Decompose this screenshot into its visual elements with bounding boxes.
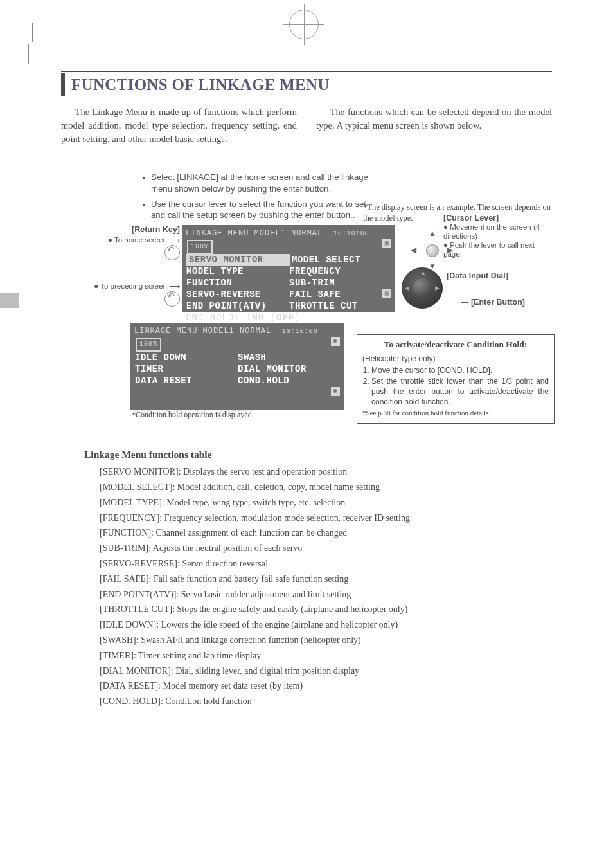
scroll-down-icon: ▣	[382, 289, 391, 298]
dial-label: [Data Input Dial]	[447, 271, 508, 281]
function-row: [MODEL SELECT]: Model addition, call, de…	[100, 480, 552, 495]
scroll-down-icon: ▣	[331, 387, 340, 396]
push-label: PUSH	[414, 286, 427, 291]
title-box: FUNCTIONS OF LINKAGE MENU	[61, 73, 552, 96]
lcd-battery: 100%	[136, 338, 161, 352]
menu-item: END POINT(ATV)	[186, 300, 288, 312]
function-row: [IDLE DOWN]: Lowers the idle speed of th…	[100, 617, 552, 633]
function-row: [THROTTLE CUT]: Stops the engine safely …	[100, 602, 552, 617]
function-row: [FREQUENCY]: Frequency selection, modula…	[100, 511, 552, 526]
menu-item: SERVO MONITOR	[186, 254, 290, 266]
return-prev-label: To preceding screen	[100, 282, 167, 290]
lcd2-caption: *Condition hold operation is displayed.	[132, 410, 254, 420]
function-row: [FAIL SAFE]: Fail safe function and batt…	[100, 572, 552, 587]
cond-note: (Helicopter type only)	[362, 354, 549, 364]
condition-hold-box: To activate/deactivate Condition Hold: (…	[357, 334, 555, 424]
return-home-label: To home screen	[114, 236, 167, 244]
lcd-footer: )	[294, 312, 300, 323]
scroll-up-icon: ▣	[382, 239, 391, 248]
menu-item: SWASH	[238, 352, 339, 363]
cursor-text: Push the lever to call next page.	[443, 241, 535, 258]
functions-table: [SERVO MONITOR]: Displays the servo test…	[100, 464, 552, 709]
instruction-item: Use the cursor lever to select the funct…	[145, 199, 373, 222]
return-key-block: [Return Key] ● To home screen ⟶ ● To pre…	[90, 225, 180, 307]
menu-item: THROTTLE CUT	[289, 300, 391, 312]
lcd-screen-2: LINKAGE MENU MODEL1 NORMAL 10:10:00100% …	[130, 323, 344, 410]
menu-item: COND.HOLD	[238, 375, 339, 386]
intro-right: The functions which can be selected depe…	[316, 105, 552, 132]
joystick-icon: ▲▼ ◀▶	[414, 233, 449, 267]
function-row: [MODEL TYPE]: Model type, wing type, swi…	[100, 495, 552, 511]
menu-item: DIAL MONITOR	[238, 363, 339, 375]
cursor-text: Movement on the screen (4 directions)	[443, 223, 540, 240]
menu-item: FUNCTION	[186, 277, 288, 289]
instruction-item: Select [LINKAGE] at the home screen and …	[145, 172, 373, 195]
lcd-screen-1: LINKAGE MENU MODEL1 NORMAL 10:10:00100% …	[182, 225, 395, 312]
return-icon	[164, 291, 180, 307]
lcd-header: LINKAGE MENU MODEL1 NORMAL	[186, 229, 323, 238]
menu-item: TIMER	[135, 363, 236, 375]
function-row: [END POINT(ATV)]: Servo basic rudder adj…	[100, 587, 552, 602]
function-row: [COND. HOLD]: Condition hold function	[100, 694, 552, 709]
menu-item: SUB-TRIM	[289, 277, 391, 289]
lcd-header: LINKAGE MENU MODEL1 NORMAL	[134, 327, 271, 336]
cursor-lever-block: [Cursor Lever] ● Movement on the screen …	[443, 213, 553, 258]
lcd-time: 10:10:00	[282, 328, 318, 335]
function-row: [DIAL MONITOR]: Dial, sliding lever, and…	[100, 664, 552, 679]
cond-title: To activate/deactivate Condition Hold:	[362, 339, 549, 350]
return-icon	[164, 245, 180, 260]
cond-step: Move the cursor to [COND. HOLD].	[371, 365, 549, 375]
instructions-list: Select [LINKAGE] at the home screen and …	[119, 172, 373, 221]
function-row: [TIMER]: Timer setting and lap time disp…	[100, 648, 552, 664]
lcd-footer-val: OFF	[276, 312, 294, 323]
menu-item: FAIL SAFE	[289, 289, 391, 300]
rule	[61, 71, 552, 72]
enter-button-label: — [Enter Button]	[461, 298, 525, 307]
menu-item: FREQUENCY	[289, 266, 391, 277]
menu-item: MODEL TYPE	[186, 266, 288, 277]
function-row: [DATA RESET]: Model memory set data rese…	[100, 678, 552, 694]
lcd-time: 10:10:00	[333, 230, 369, 237]
menu-item: MODEL SELECT	[292, 254, 391, 266]
cond-foot: *See p.68 for condition hold function de…	[362, 408, 549, 418]
cond-step: Set the throttle stick lower than the 1/…	[371, 376, 549, 408]
cursor-lever-title: [Cursor Lever]	[443, 213, 553, 223]
function-row: [SWASH]: Swash AFR and linkage correctio…	[100, 633, 552, 648]
data-dial-icon: PUSH ▲◀▶	[402, 267, 443, 309]
intro-left: The Linkage Menu is made up of functions…	[61, 105, 297, 146]
scroll-up-icon: ▣	[331, 337, 340, 346]
function-row: [SERVO MONITOR]: Displays the servo test…	[100, 464, 552, 480]
return-key-title: [Return Key]	[90, 225, 180, 235]
functions-table-heading: Linkage Menu functions table	[84, 449, 552, 460]
function-row: [SUB-TRIM]: Adjusts the neutral position…	[100, 541, 552, 556]
menu-item: DATA RESET	[135, 375, 236, 386]
menu-item: IDLE DOWN	[135, 352, 236, 363]
function-row: [SERVO-REVERSE]: Servo direction reversa…	[100, 556, 552, 572]
function-row: [FUNCTION]: Channel assignment of each f…	[100, 525, 552, 541]
intro-columns: The Linkage Menu is made up of functions…	[61, 105, 552, 146]
lcd-footer: CND HOLD: INH (	[186, 312, 276, 323]
menu-item: SERVO-REVERSE	[186, 289, 288, 300]
diagram-area: [Return Key] ● To home screen ⟶ ● To pre…	[61, 225, 552, 437]
lcd-battery: 100%	[187, 240, 213, 254]
page-title: FUNCTIONS OF LINKAGE MENU	[71, 76, 552, 94]
